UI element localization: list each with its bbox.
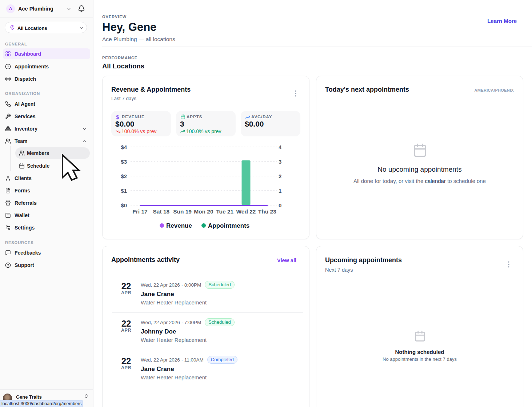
svg-text:Sun 19: Sun 19 <box>173 208 192 215</box>
svg-text:2: 2 <box>279 173 281 179</box>
svg-text:$4: $4 <box>121 144 127 150</box>
svg-text:3: 3 <box>279 159 281 165</box>
svg-text:$2: $2 <box>121 173 127 179</box>
svg-text:Tue 21: Tue 21 <box>216 208 233 215</box>
svg-text:Wed 22: Wed 22 <box>236 208 256 215</box>
svg-text:$0: $0 <box>121 202 127 208</box>
svg-text:Mon 20: Mon 20 <box>194 208 213 215</box>
svg-text:4: 4 <box>279 144 282 150</box>
svg-text:$3: $3 <box>121 159 127 165</box>
svg-text:Sat 18: Sat 18 <box>153 208 169 215</box>
svg-text:1: 1 <box>279 188 281 194</box>
svg-text:$1: $1 <box>121 188 127 194</box>
svg-text:Thu 23: Thu 23 <box>258 208 276 215</box>
svg-text:Fri 17: Fri 17 <box>132 208 147 215</box>
svg-text:0: 0 <box>279 202 281 208</box>
